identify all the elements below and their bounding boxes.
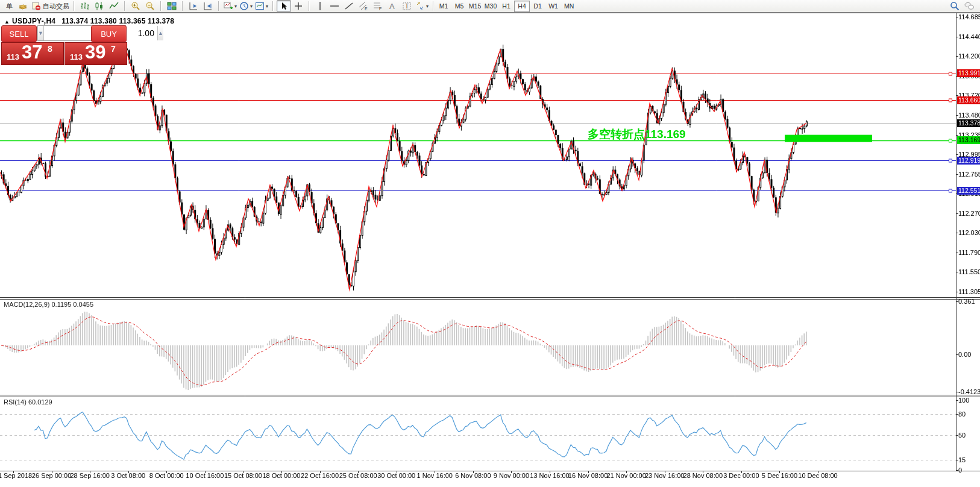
toolbar-separator	[74, 1, 75, 11]
history-center-button[interactable]	[16, 0, 30, 12]
macd-indicator-label: MACD(12,26,9) 0.1195 0.0455	[4, 301, 93, 308]
timeframe-m1-button[interactable]: M1	[436, 1, 451, 12]
cursor-button[interactable]	[277, 0, 291, 12]
chevron-down-icon: ▾	[234, 4, 237, 9]
search-icon	[950, 1, 960, 11]
candle-chart-icon	[95, 1, 104, 11]
fibonacci-icon: F	[373, 1, 383, 11]
timeframe-h4-button[interactable]: H4	[514, 1, 530, 12]
rsi-tick-label: 15	[958, 456, 966, 463]
chart-shift-icon	[203, 1, 213, 11]
zoom-out-button[interactable]	[143, 0, 157, 12]
toolbar-group	[185, 0, 216, 12]
equidistant-channel-icon: E	[359, 1, 368, 11]
arrows-button[interactable]: ▾	[414, 0, 430, 12]
volume-increase-button[interactable]: ▲	[157, 26, 163, 40]
macd-tick-label: 0.361	[958, 298, 975, 305]
tile-windows-icon	[167, 1, 177, 11]
time-tick-label: 15 Oct 08:00	[224, 472, 262, 479]
bar-chart-button[interactable]	[78, 0, 92, 12]
collapse-icon[interactable]: ▲	[4, 19, 10, 25]
vertical-line-button[interactable]	[313, 0, 327, 12]
time-tick-label: 5 Dec 16:00	[762, 472, 797, 479]
search-button[interactable]	[947, 0, 962, 12]
sell-price-big: 37	[22, 42, 42, 63]
text-label-button[interactable]: T	[400, 0, 414, 12]
time-tick-label: 28 Nov 08:00	[683, 472, 723, 479]
templates-button[interactable]: ▾	[254, 0, 269, 12]
price-tick-label: 112.270	[958, 210, 980, 217]
timeframe-m15-button[interactable]: M15	[467, 1, 483, 12]
cursor-icon	[279, 1, 289, 11]
trend-line-button[interactable]	[342, 0, 356, 12]
toolbar-group	[127, 0, 159, 12]
chat-icon	[964, 1, 974, 11]
sell-price-button[interactable]: 113 37 8	[1, 42, 64, 65]
svg-text:T: T	[405, 3, 409, 10]
buy-button[interactable]: BUY	[91, 25, 127, 42]
chart-window: ▲USDJPY-,H4113.374 113.380 113.365 113.3…	[0, 13, 980, 487]
time-tick-label: 10 Dec 08:00	[798, 472, 837, 479]
time-tick-label: 30 Oct 00:00	[377, 472, 415, 479]
line-chart-icon	[109, 1, 119, 11]
timeframe-m5-button[interactable]: M5	[451, 1, 467, 12]
time-tick-label: 21 Sep 2018	[0, 472, 32, 479]
timeframe-d1-button[interactable]: D1	[530, 1, 545, 12]
timeframe-mn-button[interactable]: MN	[561, 1, 577, 12]
macd-tick-label: -0.4123	[958, 388, 980, 395]
price-tick-label: 114.200	[958, 52, 980, 60]
time-tick-label: 3 Dec 00:00	[723, 472, 759, 479]
sell-button[interactable]: SELL	[1, 25, 37, 42]
timeframe-w1-button[interactable]: W1	[545, 1, 561, 12]
trade-row: SELL ▼ ▲ BUY	[1, 25, 127, 41]
toolbar-separator	[124, 1, 125, 11]
text-label-icon: T	[402, 1, 412, 11]
chart-shift-button[interactable]	[201, 0, 215, 12]
price-tick-label: 111.790	[958, 249, 980, 256]
toolbar-separator	[160, 1, 162, 11]
fibonacci-button[interactable]: F	[371, 0, 385, 12]
horizontal-line-button[interactable]	[327, 0, 342, 12]
candle-chart-button[interactable]	[92, 0, 107, 12]
equidistant-channel-button[interactable]: E	[356, 0, 371, 12]
auto-scroll-button[interactable]	[186, 0, 201, 12]
price-tick-label: 114.440	[958, 33, 980, 40]
pivot-annotation-text[interactable]: 多空转折点113.169	[588, 127, 686, 142]
horizontal-line-icon	[330, 1, 339, 11]
text-button[interactable]: A	[385, 0, 400, 12]
text-icon: A	[388, 1, 397, 11]
chart-canvas[interactable]	[0, 13, 980, 487]
indicators-button[interactable]: ▾	[222, 0, 238, 12]
line-chart-button[interactable]	[107, 0, 121, 12]
time-tick-label: 26 Sep 00:00	[32, 472, 71, 479]
buy-price-small: 113	[70, 52, 83, 61]
zoom-out-icon	[145, 1, 155, 11]
crosshair-button[interactable]	[291, 0, 306, 12]
toolbar-group: ▾▾▾	[221, 0, 271, 12]
zoom-in-icon	[131, 1, 140, 11]
time-tick-label: 25 Oct 08:00	[339, 472, 377, 479]
symbol-info-bar: ▲USDJPY-,H4113.374 113.380 113.365 113.3…	[4, 17, 174, 25]
chevron-down-icon: ▾	[250, 4, 253, 9]
resistance-line-price-label: 113.660	[957, 96, 980, 104]
new-order-button[interactable]: 单	[1, 0, 16, 12]
time-tick-label: 18 Oct 00:00	[263, 472, 301, 479]
periods-button[interactable]: ▾	[238, 0, 254, 12]
pivot-line-price-label: 113.169	[957, 136, 980, 144]
vertical-line-icon	[315, 1, 325, 11]
zoom-in-button[interactable]	[128, 0, 143, 12]
timeframe-h1-button[interactable]: H1	[498, 1, 514, 12]
buy-price-button[interactable]: 113 39 7	[64, 42, 127, 65]
timeframe-m30-button[interactable]: M30	[483, 1, 498, 12]
sell-price-small: 113	[7, 52, 19, 61]
symbol-title: USDJPY-,H4	[12, 17, 55, 25]
price-tick-label: 113.480	[958, 112, 980, 119]
svg-text:A: A	[389, 2, 395, 11]
autotrade-button[interactable]: 自动交易	[30, 0, 71, 12]
tile-windows-button[interactable]	[165, 0, 179, 12]
volume-decrease-button[interactable]: ▼	[38, 26, 44, 40]
toolbar: 单自动交易▾▾▾EFAT▾M1M5M15M30H1H4D1W1MN	[0, 0, 980, 13]
chat-button[interactable]	[962, 0, 976, 12]
autotrade-icon	[31, 1, 41, 11]
periods-icon	[239, 1, 249, 11]
